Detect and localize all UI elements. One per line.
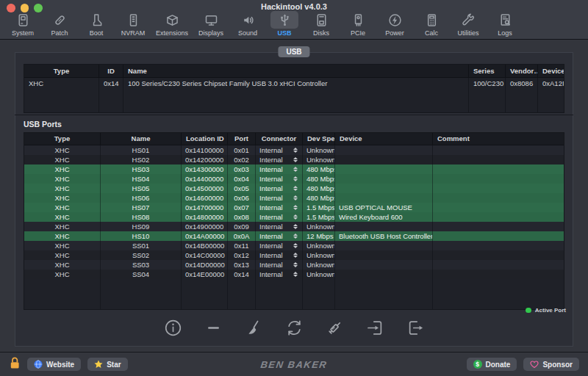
port-comment (433, 250, 564, 260)
connector-select[interactable]: Internal (256, 184, 303, 193)
port-number: 0x03 (228, 164, 256, 174)
port-device (335, 222, 433, 231)
port-row-ss03[interactable]: XHCSS030x14D000000x13InternalUnknown (24, 260, 564, 270)
sponsor-button[interactable]: Sponsor (523, 358, 579, 371)
port-row-hs08[interactable]: XHCHS080x148000000x08Internal1.5 MbpsWir… (24, 212, 564, 222)
connector-select[interactable]: Internal (256, 212, 303, 222)
col-connector[interactable]: Connector (256, 133, 303, 145)
tab-boot[interactable]: Boot (78, 11, 115, 37)
port-row-ss01[interactable]: XHCSS010x14B000000x11InternalUnknown (24, 241, 564, 250)
connector-select[interactable]: Internal (256, 241, 303, 250)
ports-table-filler (24, 279, 564, 309)
port-location-id: 0x14D00000 (182, 260, 228, 270)
connector-select[interactable]: Internal (256, 145, 303, 155)
port-row-hs04[interactable]: XHCHS040x144000000x04Internal480 Mbps (24, 174, 564, 184)
tab-disks[interactable]: Disks (303, 11, 340, 37)
inject-syringe-icon[interactable] (325, 318, 345, 341)
port-device: Bluetooth USB Host Controller (335, 231, 433, 241)
port-row-hs10[interactable]: XHCHS100x14A000000x0AInternal12 MbpsBlue… (24, 231, 564, 241)
connector-select[interactable]: Internal (256, 203, 303, 212)
star-button[interactable]: Star (87, 358, 127, 371)
connector-select[interactable]: Internal (256, 270, 303, 279)
connector-select[interactable]: Internal (256, 155, 303, 164)
port-dev-speed: Unknown (303, 222, 335, 231)
port-row-hs07[interactable]: XHCHS070x147000000x07Internal1.5 MbpsUSB… (24, 203, 564, 212)
tab-pcie[interactable]: PCIe (340, 11, 376, 37)
bandage-icon (46, 11, 74, 29)
tab-usb[interactable]: USB (266, 11, 303, 37)
tab-sound[interactable]: Sound (229, 11, 266, 37)
stepper-icon (293, 195, 298, 201)
col-dev-speed[interactable]: Dev Speed (303, 133, 335, 145)
tab-extensions[interactable]: Extensions (151, 11, 193, 37)
col-id[interactable]: ID (99, 65, 123, 77)
col-device[interactable]: Device (335, 133, 433, 145)
donate-button[interactable]: $ Donate (467, 358, 517, 371)
tab-system[interactable]: System (4, 11, 41, 37)
info-icon[interactable] (163, 318, 183, 341)
active-port-dot-icon (526, 308, 531, 314)
col-location-id[interactable]: Location ID (182, 133, 228, 145)
port-type: XHC (24, 231, 101, 241)
port-name: SS01 (101, 241, 182, 250)
port-dev-speed: 480 Mbps (303, 164, 335, 174)
connector-select[interactable]: Internal (256, 174, 303, 184)
col-port-name[interactable]: Name (101, 133, 182, 145)
log-document-icon (491, 11, 519, 29)
col-device[interactable]: Device… (538, 65, 564, 77)
col-series[interactable]: Series (469, 65, 506, 77)
ports-section-title: USB Ports (24, 120, 62, 129)
port-row-ss02[interactable]: XHCSS020x14C000000x12InternalUnknown (24, 250, 564, 260)
col-vendor[interactable]: Vendor… (506, 65, 538, 77)
export-icon[interactable] (406, 318, 426, 341)
col-port-type[interactable]: Type (24, 133, 101, 145)
main-toolbar: System Patch Boot NVRAM Extensions Displ… (4, 11, 523, 37)
port-row-ss04[interactable]: XHCSS040x14E000000x14InternalUnknown (24, 270, 564, 279)
connector-select[interactable]: Internal (256, 260, 303, 270)
port-row-hs02[interactable]: XHCHS020x142000000x02InternalUnknown (24, 155, 564, 164)
connector-select[interactable]: Internal (256, 250, 303, 260)
connector-select[interactable]: Internal (256, 231, 303, 241)
speaker-icon (234, 11, 262, 29)
port-row-hs09[interactable]: XHCHS090x149000000x09InternalUnknown (24, 222, 564, 231)
col-port[interactable]: Port (228, 133, 256, 145)
connector-select[interactable]: Internal (256, 193, 303, 203)
port-name: SS02 (101, 250, 182, 260)
col-type[interactable]: Type (24, 65, 99, 77)
tab-utilities[interactable]: Utilities (450, 11, 487, 37)
col-comment[interactable]: Comment (433, 133, 564, 145)
port-comment (433, 212, 564, 222)
port-row-hs01[interactable]: XHCHS010x141000000x01InternalUnknown (24, 145, 564, 155)
port-dev-speed: 480 Mbps (303, 193, 335, 203)
col-name[interactable]: Name (123, 65, 469, 77)
controllers-table: Type ID Name Series Vendor… Device… XHC … (24, 64, 564, 113)
port-row-hs05[interactable]: XHCHS050x145000000x05Internal480 Mbps (24, 184, 564, 193)
port-dev-speed: 480 Mbps (303, 174, 335, 184)
controller-row[interactable]: XHC 0x14 100 Series/C230 Series Chipset … (24, 78, 564, 89)
remove-icon[interactable] (204, 318, 223, 341)
port-row-hs03[interactable]: XHCHS030x143000000x03Internal480 Mbps (24, 164, 564, 174)
tab-displays[interactable]: Displays (193, 11, 229, 37)
port-number: 0x14 (228, 270, 256, 279)
import-icon[interactable] (365, 318, 385, 341)
lock-icon[interactable] (9, 356, 21, 373)
website-button[interactable]: Website (27, 358, 81, 371)
connector-select[interactable]: Internal (256, 222, 303, 231)
connector-select[interactable]: Internal (256, 164, 303, 174)
tab-logs[interactable]: Logs (487, 11, 523, 37)
port-dev-speed: Unknown (303, 260, 335, 270)
tab-patch[interactable]: Patch (41, 11, 78, 37)
port-name: HS09 (101, 222, 182, 231)
port-type: XHC (24, 193, 101, 203)
port-dev-speed: 480 Mbps (303, 184, 335, 193)
refresh-icon[interactable] (284, 318, 304, 341)
tab-nvram[interactable]: NVRAM (115, 11, 151, 37)
port-device (335, 155, 433, 164)
clean-broom-icon[interactable] (244, 318, 264, 341)
tab-power[interactable]: Power (376, 11, 413, 37)
hackintool-window: Hackintool v4.0.3 System Patch Boot NVRA… (0, 0, 588, 376)
stepper-icon (293, 157, 298, 163)
port-row-hs06[interactable]: XHCHS060x146000000x06Internal480 Mbps (24, 193, 564, 203)
tab-calc[interactable]: Calc (413, 11, 450, 37)
port-comment (433, 270, 564, 279)
